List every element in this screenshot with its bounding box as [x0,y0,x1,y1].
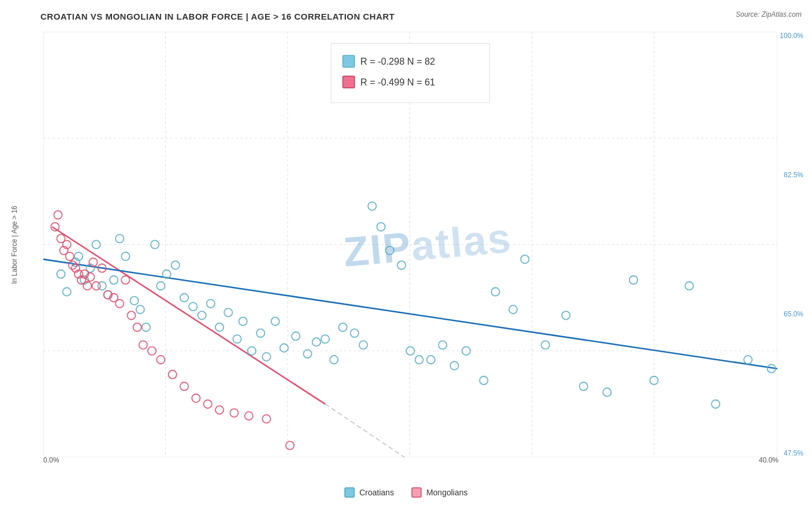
y-axis-label: In Labor Force | Age > 16 [6,32,23,457]
svg-point-108 [157,356,165,364]
svg-point-54 [312,338,321,346]
svg-rect-12 [331,43,490,102]
svg-point-34 [142,323,150,331]
y-tick-47: 47.5% [784,449,803,457]
svg-point-63 [397,261,405,269]
y-tick-65: 65.0% [784,310,803,318]
svg-point-76 [579,382,587,390]
svg-point-38 [172,261,180,269]
svg-point-66 [427,356,435,364]
svg-point-82 [744,356,752,364]
chart-container: CROATIAN VS MONGOLIAN IN LABOR FORCE | A… [0,0,812,515]
svg-point-58 [351,329,359,337]
svg-rect-15 [343,76,355,88]
svg-point-39 [180,293,188,301]
svg-point-81 [712,400,720,408]
svg-point-22 [63,288,71,296]
svg-point-49 [262,353,270,361]
x-tick-0: 0.0% [43,456,59,464]
svg-point-104 [127,311,135,319]
svg-point-111 [192,394,200,402]
svg-point-117 [286,441,294,449]
svg-line-18 [325,404,484,457]
chart-svg: R = -0.298 N = 82 R = -0.499 N = 61 [43,32,777,457]
svg-point-46 [239,317,247,325]
svg-point-50 [271,317,280,325]
svg-point-41 [198,311,206,319]
chart-legend: Croatians Mongolians [344,487,468,498]
svg-point-52 [292,332,300,340]
svg-point-77 [603,388,611,396]
svg-point-61 [377,223,385,231]
legend-box-croatians [344,487,355,498]
svg-point-67 [438,341,446,349]
chart-title: CROATIAN VS MONGOLIAN IN LABOR FORCE | A… [40,12,806,21]
source-label: Source: ZipAtlas.com [736,10,802,18]
svg-point-70 [479,376,487,385]
svg-point-30 [116,234,124,242]
svg-point-74 [541,341,549,349]
svg-point-43 [215,323,224,331]
svg-point-59 [359,341,367,349]
y-axis-ticks: 100.0% 82.5% 65.0% 47.5% [780,32,803,457]
legend-label-mongolians: Mongolians [426,488,468,497]
svg-point-57 [338,323,347,331]
svg-point-44 [224,308,232,316]
svg-point-40 [189,303,197,311]
svg-point-42 [207,300,215,308]
svg-point-71 [491,288,500,296]
svg-rect-13 [343,55,355,67]
svg-point-68 [450,361,459,370]
y-tick-100: 100.0% [780,32,803,40]
svg-point-72 [509,305,517,314]
svg-point-113 [215,406,224,414]
svg-point-78 [630,276,638,284]
legend-item-croatians: Croatians [344,487,394,498]
svg-point-98 [92,282,100,290]
svg-point-80 [685,282,693,290]
svg-point-20 [57,270,65,278]
legend-label-croatians: Croatians [359,488,394,497]
y-tick-82: 82.5% [784,171,803,179]
svg-point-103 [121,276,129,284]
svg-point-75 [562,311,570,319]
svg-point-56 [330,356,338,364]
svg-text:R = -0.499    N = 61: R = -0.499 N = 61 [360,77,435,87]
svg-point-31 [121,252,129,260]
svg-point-85 [54,211,62,219]
svg-point-110 [180,382,188,390]
svg-point-109 [169,371,177,379]
svg-point-102 [116,300,124,308]
svg-point-114 [230,409,238,417]
svg-point-33 [136,305,144,314]
svg-point-48 [256,329,265,337]
svg-point-62 [386,247,394,255]
svg-point-60 [368,202,376,210]
svg-point-112 [204,400,212,408]
svg-point-36 [157,282,165,290]
svg-point-89 [66,252,74,260]
svg-point-32 [130,297,138,305]
svg-line-17 [52,227,325,404]
svg-point-55 [321,335,329,343]
svg-point-115 [245,412,253,420]
svg-point-73 [521,255,529,263]
svg-line-19 [43,259,777,368]
svg-point-29 [110,276,118,284]
svg-point-65 [415,356,423,364]
legend-box-mongolians [411,487,422,498]
svg-point-106 [139,341,147,349]
svg-point-105 [133,323,141,331]
svg-point-116 [262,415,270,423]
chart-plot-area: ZIPatlas R = -0.298 N = 82 R = -0.499 N … [43,32,777,457]
x-tick-40: 40.0% [759,456,779,464]
svg-text:R = -0.298    N = 82: R = -0.298 N = 82 [360,56,435,66]
legend-item-mongolians: Mongolians [411,487,468,498]
svg-point-45 [233,335,241,343]
